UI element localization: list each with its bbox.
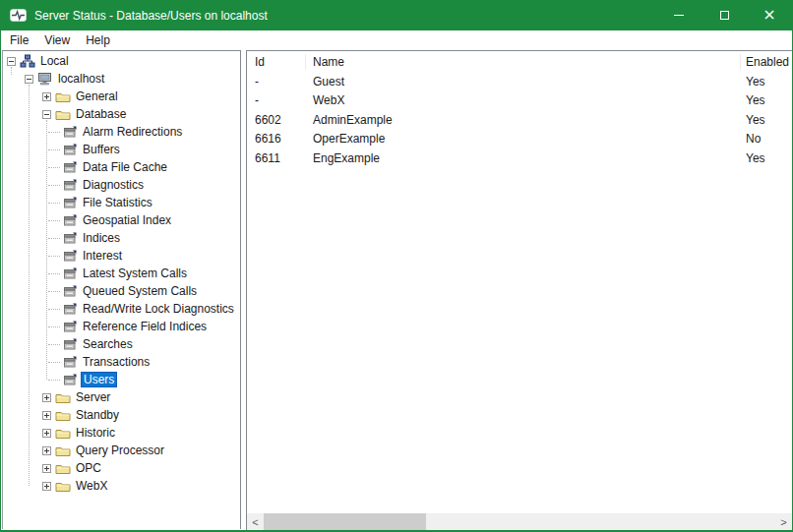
tree-connector	[48, 203, 60, 204]
tree-item-label: Local	[38, 54, 71, 68]
cell-name: AdminExample	[306, 113, 741, 127]
tree-item-local[interactable]: Local	[3, 52, 240, 70]
cell-enabled: Yes	[741, 113, 792, 127]
tree-item-label: Diagnostics	[81, 178, 146, 192]
column-header-name[interactable]: Name	[306, 54, 741, 70]
collapse-toggle-icon[interactable]	[7, 57, 16, 66]
scroll-left-arrow[interactable]: <	[247, 513, 264, 530]
user-row-adminexample[interactable]: 6602AdminExampleYes	[247, 110, 792, 130]
main-content: LocallocalhostGeneralDatabaseAlarm Redir…	[1, 50, 792, 530]
user-row-engexample[interactable]: 6611EngExampleYes	[247, 148, 792, 168]
cell-id: 6602	[247, 113, 306, 127]
tree-connector	[48, 256, 60, 257]
menu-file[interactable]: File	[2, 31, 36, 50]
tree-item-users[interactable]: Users	[3, 371, 240, 388]
folder-icon	[55, 408, 71, 422]
collapse-toggle-icon[interactable]	[42, 110, 51, 119]
tree-item-label: Interest	[81, 249, 124, 263]
tree-item-label: Server	[74, 390, 112, 404]
tree-connector	[48, 309, 60, 310]
tree-item-geospatial-index[interactable]: Geospatial Index	[3, 211, 240, 229]
status-icon	[62, 266, 78, 280]
tree-item-label: Transactions	[81, 355, 152, 369]
tree-item-alarm-redirections[interactable]: Alarm Redirections	[3, 123, 240, 141]
tree-item-label: Standby	[74, 408, 121, 422]
list-empty-area	[247, 168, 792, 514]
menu-view[interactable]: View	[36, 31, 78, 50]
tree-connector-line	[11, 67, 12, 75]
tree-item-interest[interactable]: Interest	[3, 247, 240, 265]
user-row-operexample[interactable]: 6616OperExampleNo	[247, 130, 792, 149]
folder-icon	[55, 426, 71, 440]
close-icon: ×	[762, 7, 775, 23]
tree-item-label: Buffers	[81, 143, 122, 156]
expand-toggle-icon[interactable]	[42, 464, 51, 473]
status-icon	[62, 143, 78, 156]
maximize-button[interactable]	[702, 0, 747, 30]
user-row-guest[interactable]: -GuestYes	[247, 72, 792, 91]
tree-item-server[interactable]: Server	[3, 388, 240, 406]
tree-item-label: File Statistics	[81, 196, 154, 209]
tree-item-data-file-cache[interactable]: Data File Cache	[3, 158, 240, 176]
cell-id: 6611	[247, 151, 306, 165]
tree-item-transactions[interactable]: Transactions	[3, 353, 240, 371]
status-icon	[62, 213, 78, 227]
tree-item-standby[interactable]: Standby	[3, 406, 240, 424]
scroll-right-arrow[interactable]: >	[775, 513, 792, 530]
tree-item-latest-system-calls[interactable]: Latest System Calls	[3, 265, 240, 282]
tree-item-webx[interactable]: WebX	[3, 477, 240, 495]
expand-toggle-icon[interactable]	[42, 411, 51, 420]
tree-item-label: Queued System Calls	[81, 284, 199, 298]
app-icon	[10, 9, 27, 22]
tree-item-localhost[interactable]: localhost	[3, 70, 240, 88]
folder-icon	[55, 443, 71, 457]
app-window: Server Status - Database/Users on localh…	[0, 0, 793, 532]
tree-item-diagnostics[interactable]: Diagnostics	[3, 176, 240, 194]
tree-item-query-processor[interactable]: Query Processor	[3, 442, 240, 459]
status-icon	[62, 231, 78, 245]
tree-item-database[interactable]: Database	[3, 105, 240, 123]
tree-item-searches[interactable]: Searches	[3, 335, 240, 353]
tree-item-label: Indices	[81, 231, 122, 245]
expand-toggle-icon[interactable]	[42, 446, 51, 455]
status-icon	[62, 178, 78, 192]
horizontal-scrollbar[interactable]: < >	[247, 513, 792, 530]
menu-help[interactable]: Help	[78, 31, 118, 50]
tree-item-file-statistics[interactable]: File Statistics	[3, 194, 240, 211]
tree-connector	[48, 344, 60, 345]
status-icon	[62, 355, 78, 369]
scrollbar-thumb[interactable]	[264, 513, 426, 530]
tree-item-label: Historic	[74, 426, 117, 440]
folder-icon	[55, 479, 71, 493]
column-header-id[interactable]: Id	[247, 54, 306, 70]
expand-toggle-icon[interactable]	[42, 429, 51, 438]
tree-item-historic[interactable]: Historic	[3, 424, 240, 442]
collapse-toggle-icon[interactable]	[25, 75, 33, 84]
tree-item-general[interactable]: General	[3, 88, 240, 105]
tree-item-queued-system-calls[interactable]: Queued System Calls	[3, 282, 240, 300]
tree-connector-line	[29, 85, 30, 486]
status-icon	[62, 337, 78, 351]
close-button[interactable]: ×	[747, 0, 792, 30]
title-bar: Server Status - Database/Users on localh…	[1, 0, 792, 30]
column-header-enabled[interactable]: Enabled	[741, 54, 792, 70]
expand-toggle-icon[interactable]	[42, 92, 51, 101]
expand-toggle-icon[interactable]	[42, 482, 51, 491]
expand-toggle-icon[interactable]	[42, 393, 51, 402]
minimize-icon	[674, 15, 684, 16]
folder-icon	[55, 107, 71, 121]
cell-name: WebX	[306, 93, 741, 107]
tree-item-opc[interactable]: OPC	[3, 459, 240, 477]
tree-item-label: Data File Cache	[81, 160, 169, 174]
cell-name: OperExample	[306, 132, 741, 146]
tree-item-read-write-lock-diagnostics[interactable]: Read/Write Lock Diagnostics	[3, 300, 240, 318]
tree-item-buffers[interactable]: Buffers	[3, 141, 240, 158]
window-controls: ×	[656, 0, 792, 30]
tree: LocallocalhostGeneralDatabaseAlarm Redir…	[3, 51, 240, 495]
tree-item-indices[interactable]: Indices	[3, 229, 240, 247]
tree-item-reference-field-indices[interactable]: Reference Field Indices	[3, 318, 240, 335]
user-row-webx[interactable]: -WebXYes	[247, 91, 792, 111]
tree-panel: LocallocalhostGeneralDatabaseAlarm Redir…	[2, 50, 241, 529]
minimize-button[interactable]	[656, 0, 702, 30]
tree-connector	[48, 167, 60, 168]
